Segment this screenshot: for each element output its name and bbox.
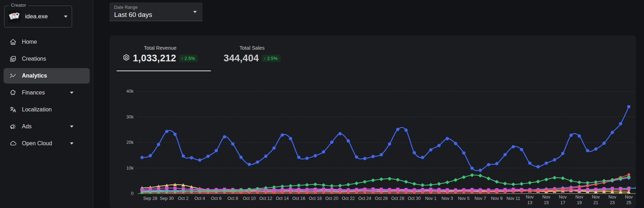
x-axis-tick: Nov 5: [458, 196, 470, 201]
sidebar: Creator idea.exe Home Creations: [0, 0, 93, 208]
x-axis-tick: Oct 14: [276, 196, 289, 201]
sidebar-item-finances[interactable]: Finances: [0, 84, 93, 101]
chevron-down-icon: [70, 92, 73, 94]
sidebar-nav: Home Creations Analytics Finances: [0, 33, 93, 152]
sidebar-item-ads[interactable]: Ads: [0, 118, 93, 135]
x-axis-tick: Nov 3: [442, 196, 453, 201]
x-axis-tick: Nov23: [608, 195, 616, 205]
x-axis-tick: Nov17: [559, 195, 567, 205]
chevron-down-icon: [70, 142, 73, 145]
y-axis-tick: 40k: [126, 89, 134, 94]
sidebar-item-label: Ads: [22, 123, 32, 130]
stat-label: Total Revenue: [144, 45, 177, 51]
delta-badge: ↑2.5%: [179, 55, 198, 62]
x-axis-tick: Oct 12: [259, 196, 272, 201]
y-axis-tick: 20k: [126, 140, 134, 145]
delta-value: 2.5%: [184, 56, 195, 61]
date-range-value: Last 60 days: [114, 11, 152, 19]
sidebar-item-label: Open Cloud: [22, 140, 52, 147]
x-axis-tick: Nov25: [625, 195, 633, 205]
stat-value: 344,404: [224, 53, 259, 64]
x-axis-tick: Oct 8: [228, 196, 238, 201]
x-axis-tick: Nov 1: [425, 196, 437, 201]
sidebar-item-label: Creations: [22, 56, 46, 62]
y-axis-tick: 10k: [126, 166, 134, 171]
localization-icon: [9, 106, 17, 114]
x-axis-tick: Nov 9: [491, 196, 503, 201]
date-range-label: Date Range: [114, 5, 138, 10]
x-axis-tick: Oct 22: [342, 196, 355, 201]
delta-value: 2.5%: [267, 56, 278, 61]
x-axis-tick: Sep 30: [160, 196, 174, 201]
x-axis-tick: Oct 4: [195, 196, 205, 201]
x-axis-tick: Oct 20: [325, 196, 338, 201]
x-axis-tick: Nov15: [542, 195, 550, 205]
creator-name: idea.exe: [25, 13, 64, 20]
x-axis-tick: Oct 30: [408, 196, 421, 201]
y-axis-tick: 30k: [126, 115, 134, 120]
stat-value: 1,033,212: [133, 53, 176, 64]
home-icon: [9, 38, 17, 46]
arrow-up-icon: ↑: [181, 56, 184, 61]
sidebar-item-label: Localization: [22, 106, 52, 113]
x-axis-tick: Oct 24: [358, 196, 371, 201]
analytics-dashboard: Creator idea.exe Home Creations: [0, 0, 644, 208]
sidebar-item-localization[interactable]: Localization: [0, 101, 93, 118]
x-axis-tick: Nov19: [575, 195, 584, 205]
tab-total-sales[interactable]: Total Sales 344,404 ↑2.5%: [211, 35, 293, 71]
date-range-select[interactable]: Date Range Last 60 days: [110, 2, 202, 21]
creator-avatar: [8, 10, 21, 23]
x-axis-tick: Oct 26: [375, 196, 388, 201]
creator-dropdown[interactable]: Creator idea.exe: [4, 6, 72, 27]
x-axis-tick: Nov 11: [507, 196, 520, 201]
analytics-panel: Total Revenue 1,033,212 ↑2.5% Total Sale…: [110, 35, 636, 208]
x-axis-tick: Oct 16: [292, 196, 305, 201]
arrow-up-icon: ↑: [264, 56, 266, 61]
x-axis-tick: Nov21: [592, 195, 600, 205]
delta-badge: ↑2.5%: [262, 55, 280, 62]
open-cloud-icon: [9, 140, 17, 147]
chevron-down-icon: [193, 11, 197, 13]
x-axis-tick: Oct 10: [243, 196, 256, 201]
stat-tabs: Total Revenue 1,033,212 ↑2.5% Total Sale…: [110, 35, 293, 71]
creator-dropdown-label: Creator: [9, 3, 28, 8]
sidebar-item-analytics[interactable]: Analytics: [0, 67, 93, 84]
x-axis-ticks: Sep 28Sep 30Oct 2Oct 4Oct 6Oct 8Oct 10Oc…: [143, 195, 633, 205]
x-axis-tick: Nov13: [526, 195, 534, 205]
ads-icon: [9, 123, 17, 130]
x-axis-tick: Oct 6: [211, 196, 221, 201]
series-blue: [140, 105, 630, 172]
active-tab-indicator: [117, 71, 211, 71]
x-axis-tick: Oct 18: [309, 196, 322, 201]
x-axis-tick: Nov 7: [474, 196, 486, 201]
chevron-down-icon: [70, 126, 73, 128]
robux-icon: [123, 54, 130, 63]
sidebar-item-label: Home: [22, 39, 37, 45]
tab-total-revenue[interactable]: Total Revenue 1,033,212 ↑2.5%: [110, 35, 211, 71]
sidebar-item-open-cloud[interactable]: Open Cloud: [0, 135, 93, 152]
sidebar-item-label: Finances: [22, 90, 45, 96]
finances-icon: [9, 89, 17, 97]
stat-label: Total Sales: [240, 45, 265, 51]
x-axis-tick: Sep 28: [143, 196, 158, 201]
analytics-icon: [9, 72, 17, 80]
x-axis-tick: Oct 2: [178, 196, 189, 201]
x-axis-tick: Oct 28: [391, 196, 404, 201]
sidebar-item-creations[interactable]: Creations: [0, 50, 93, 67]
y-axis-tick: 0: [131, 191, 134, 196]
sidebar-item-home[interactable]: Home: [0, 33, 93, 50]
chevron-down-icon: [64, 16, 67, 18]
sidebar-item-label: Analytics: [22, 73, 47, 79]
creations-icon: [9, 55, 17, 63]
